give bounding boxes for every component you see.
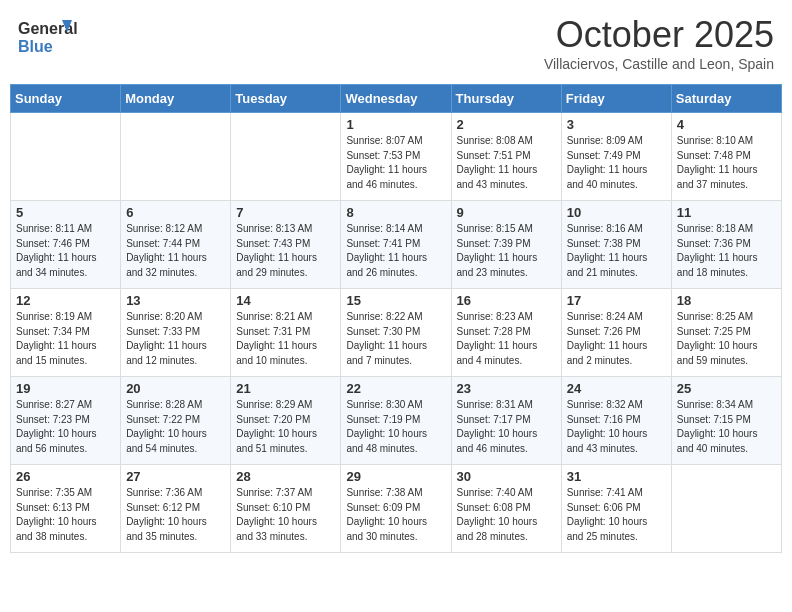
- calendar-cell: 20Sunrise: 8:28 AM Sunset: 7:22 PM Dayli…: [121, 377, 231, 465]
- day-info: Sunrise: 8:24 AM Sunset: 7:26 PM Dayligh…: [567, 310, 666, 368]
- day-number: 9: [457, 205, 556, 220]
- day-info: Sunrise: 8:19 AM Sunset: 7:34 PM Dayligh…: [16, 310, 115, 368]
- day-info: Sunrise: 7:38 AM Sunset: 6:09 PM Dayligh…: [346, 486, 445, 544]
- day-info: Sunrise: 7:41 AM Sunset: 6:06 PM Dayligh…: [567, 486, 666, 544]
- col-saturday: Saturday: [671, 85, 781, 113]
- calendar-week-1: 1Sunrise: 8:07 AM Sunset: 7:53 PM Daylig…: [11, 113, 782, 201]
- day-info: Sunrise: 8:28 AM Sunset: 7:22 PM Dayligh…: [126, 398, 225, 456]
- day-number: 29: [346, 469, 445, 484]
- day-number: 21: [236, 381, 335, 396]
- day-number: 24: [567, 381, 666, 396]
- day-info: Sunrise: 7:37 AM Sunset: 6:10 PM Dayligh…: [236, 486, 335, 544]
- day-number: 14: [236, 293, 335, 308]
- calendar-cell: 17Sunrise: 8:24 AM Sunset: 7:26 PM Dayli…: [561, 289, 671, 377]
- col-tuesday: Tuesday: [231, 85, 341, 113]
- day-number: 17: [567, 293, 666, 308]
- col-friday: Friday: [561, 85, 671, 113]
- day-number: 22: [346, 381, 445, 396]
- calendar-cell: 3Sunrise: 8:09 AM Sunset: 7:49 PM Daylig…: [561, 113, 671, 201]
- calendar-cell: 27Sunrise: 7:36 AM Sunset: 6:12 PM Dayli…: [121, 465, 231, 553]
- day-info: Sunrise: 8:14 AM Sunset: 7:41 PM Dayligh…: [346, 222, 445, 280]
- calendar-cell: 22Sunrise: 8:30 AM Sunset: 7:19 PM Dayli…: [341, 377, 451, 465]
- logo-icon: General Blue: [18, 14, 78, 58]
- calendar-cell: 11Sunrise: 8:18 AM Sunset: 7:36 PM Dayli…: [671, 201, 781, 289]
- calendar-cell: 2Sunrise: 8:08 AM Sunset: 7:51 PM Daylig…: [451, 113, 561, 201]
- calendar-week-4: 19Sunrise: 8:27 AM Sunset: 7:23 PM Dayli…: [11, 377, 782, 465]
- calendar-cell: 12Sunrise: 8:19 AM Sunset: 7:34 PM Dayli…: [11, 289, 121, 377]
- day-info: Sunrise: 7:40 AM Sunset: 6:08 PM Dayligh…: [457, 486, 556, 544]
- day-info: Sunrise: 8:18 AM Sunset: 7:36 PM Dayligh…: [677, 222, 776, 280]
- calendar-body: 1Sunrise: 8:07 AM Sunset: 7:53 PM Daylig…: [11, 113, 782, 553]
- calendar-cell: [121, 113, 231, 201]
- day-info: Sunrise: 7:35 AM Sunset: 6:13 PM Dayligh…: [16, 486, 115, 544]
- day-number: 10: [567, 205, 666, 220]
- day-number: 2: [457, 117, 556, 132]
- day-info: Sunrise: 8:31 AM Sunset: 7:17 PM Dayligh…: [457, 398, 556, 456]
- day-number: 18: [677, 293, 776, 308]
- col-wednesday: Wednesday: [341, 85, 451, 113]
- day-info: Sunrise: 8:30 AM Sunset: 7:19 PM Dayligh…: [346, 398, 445, 456]
- calendar-cell: [11, 113, 121, 201]
- calendar-cell: 8Sunrise: 8:14 AM Sunset: 7:41 PM Daylig…: [341, 201, 451, 289]
- day-number: 12: [16, 293, 115, 308]
- calendar-cell: 5Sunrise: 8:11 AM Sunset: 7:46 PM Daylig…: [11, 201, 121, 289]
- day-info: Sunrise: 8:29 AM Sunset: 7:20 PM Dayligh…: [236, 398, 335, 456]
- day-info: Sunrise: 8:15 AM Sunset: 7:39 PM Dayligh…: [457, 222, 556, 280]
- calendar-cell: 28Sunrise: 7:37 AM Sunset: 6:10 PM Dayli…: [231, 465, 341, 553]
- calendar-cell: 15Sunrise: 8:22 AM Sunset: 7:30 PM Dayli…: [341, 289, 451, 377]
- day-number: 26: [16, 469, 115, 484]
- calendar-week-5: 26Sunrise: 7:35 AM Sunset: 6:13 PM Dayli…: [11, 465, 782, 553]
- calendar-cell: 13Sunrise: 8:20 AM Sunset: 7:33 PM Dayli…: [121, 289, 231, 377]
- calendar-cell: 31Sunrise: 7:41 AM Sunset: 6:06 PM Dayli…: [561, 465, 671, 553]
- day-number: 23: [457, 381, 556, 396]
- calendar-cell: [671, 465, 781, 553]
- title-block: October 2025 Villaciervos, Castille and …: [544, 14, 774, 72]
- day-info: Sunrise: 8:16 AM Sunset: 7:38 PM Dayligh…: [567, 222, 666, 280]
- location-subtitle: Villaciervos, Castille and Leon, Spain: [544, 56, 774, 72]
- header-row: Sunday Monday Tuesday Wednesday Thursday…: [11, 85, 782, 113]
- day-info: Sunrise: 8:23 AM Sunset: 7:28 PM Dayligh…: [457, 310, 556, 368]
- calendar-cell: 30Sunrise: 7:40 AM Sunset: 6:08 PM Dayli…: [451, 465, 561, 553]
- day-number: 31: [567, 469, 666, 484]
- day-info: Sunrise: 8:13 AM Sunset: 7:43 PM Dayligh…: [236, 222, 335, 280]
- col-sunday: Sunday: [11, 85, 121, 113]
- calendar-table: Sunday Monday Tuesday Wednesday Thursday…: [10, 84, 782, 553]
- calendar-cell: 24Sunrise: 8:32 AM Sunset: 7:16 PM Dayli…: [561, 377, 671, 465]
- calendar-cell: [231, 113, 341, 201]
- calendar-cell: 6Sunrise: 8:12 AM Sunset: 7:44 PM Daylig…: [121, 201, 231, 289]
- calendar-cell: 18Sunrise: 8:25 AM Sunset: 7:25 PM Dayli…: [671, 289, 781, 377]
- day-info: Sunrise: 8:09 AM Sunset: 7:49 PM Dayligh…: [567, 134, 666, 192]
- day-number: 11: [677, 205, 776, 220]
- calendar-header: Sunday Monday Tuesday Wednesday Thursday…: [11, 85, 782, 113]
- day-info: Sunrise: 8:34 AM Sunset: 7:15 PM Dayligh…: [677, 398, 776, 456]
- day-number: 25: [677, 381, 776, 396]
- calendar-cell: 23Sunrise: 8:31 AM Sunset: 7:17 PM Dayli…: [451, 377, 561, 465]
- day-number: 27: [126, 469, 225, 484]
- calendar-cell: 21Sunrise: 8:29 AM Sunset: 7:20 PM Dayli…: [231, 377, 341, 465]
- day-number: 16: [457, 293, 556, 308]
- calendar-week-2: 5Sunrise: 8:11 AM Sunset: 7:46 PM Daylig…: [11, 201, 782, 289]
- calendar-cell: 1Sunrise: 8:07 AM Sunset: 7:53 PM Daylig…: [341, 113, 451, 201]
- svg-text:Blue: Blue: [18, 38, 53, 55]
- calendar-cell: 19Sunrise: 8:27 AM Sunset: 7:23 PM Dayli…: [11, 377, 121, 465]
- day-info: Sunrise: 8:22 AM Sunset: 7:30 PM Dayligh…: [346, 310, 445, 368]
- calendar-cell: 25Sunrise: 8:34 AM Sunset: 7:15 PM Dayli…: [671, 377, 781, 465]
- day-number: 13: [126, 293, 225, 308]
- day-info: Sunrise: 8:25 AM Sunset: 7:25 PM Dayligh…: [677, 310, 776, 368]
- day-info: Sunrise: 8:11 AM Sunset: 7:46 PM Dayligh…: [16, 222, 115, 280]
- day-info: Sunrise: 8:27 AM Sunset: 7:23 PM Dayligh…: [16, 398, 115, 456]
- day-number: 3: [567, 117, 666, 132]
- day-info: Sunrise: 8:10 AM Sunset: 7:48 PM Dayligh…: [677, 134, 776, 192]
- day-info: Sunrise: 8:12 AM Sunset: 7:44 PM Dayligh…: [126, 222, 225, 280]
- day-number: 15: [346, 293, 445, 308]
- day-info: Sunrise: 8:08 AM Sunset: 7:51 PM Dayligh…: [457, 134, 556, 192]
- day-info: Sunrise: 7:36 AM Sunset: 6:12 PM Dayligh…: [126, 486, 225, 544]
- calendar-cell: 4Sunrise: 8:10 AM Sunset: 7:48 PM Daylig…: [671, 113, 781, 201]
- calendar-cell: 29Sunrise: 7:38 AM Sunset: 6:09 PM Dayli…: [341, 465, 451, 553]
- calendar-week-3: 12Sunrise: 8:19 AM Sunset: 7:34 PM Dayli…: [11, 289, 782, 377]
- day-number: 6: [126, 205, 225, 220]
- month-title: October 2025: [544, 14, 774, 56]
- day-number: 7: [236, 205, 335, 220]
- day-number: 20: [126, 381, 225, 396]
- calendar-cell: 16Sunrise: 8:23 AM Sunset: 7:28 PM Dayli…: [451, 289, 561, 377]
